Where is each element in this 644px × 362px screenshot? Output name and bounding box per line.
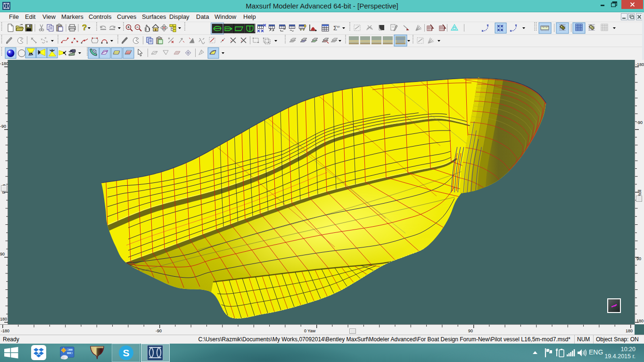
svg-text:S: S — [123, 347, 129, 358]
svg-text:x²: x² — [337, 25, 340, 28]
svg-text:?: ? — [82, 23, 87, 32]
svg-text:Σ: Σ — [333, 25, 337, 32]
